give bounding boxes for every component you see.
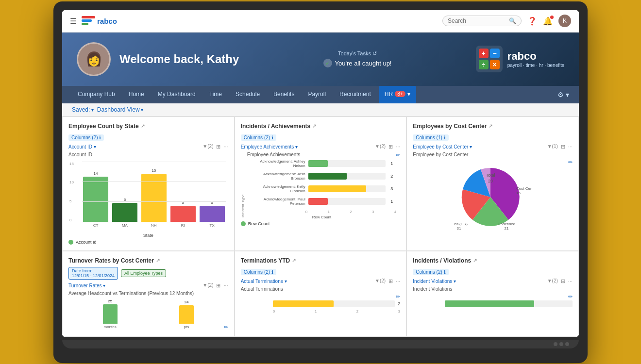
turnover-rates-filter[interactable]: Turnover Rates ▾ [68,283,105,288]
turnover-filters: Date from:12/01/15 - 12/01/2024 All Empl… [68,267,228,280]
expand-icon[interactable]: ↗ [141,123,145,129]
term-x-labels: 0123 [241,309,401,314]
search-box[interactable]: 🔍 [442,16,522,26]
bar-ct: 14 [83,171,108,222]
subnav-payroll[interactable]: Payroll [302,86,332,103]
edit-icon-5[interactable]: ✏ [396,294,400,300]
subnav-hr[interactable]: HR 8+ ▾ [379,86,416,103]
chart-legend-1: Account Id [68,240,228,245]
x-label-tx: TX [200,223,225,228]
logo-bar-3 [82,23,88,25]
help-icon[interactable]: ❓ [527,17,537,26]
widget-icon-btns-6: ▼(2) ⊞ ··· [547,278,573,284]
widget-title-incidents: Incidents / Achievements ↗ [241,123,401,130]
actual-terminations-filter[interactable]: Actual Terminations ▾ [241,279,287,284]
turnover-bar-1: 25 months [73,299,147,329]
column-icon-3[interactable]: ⊞ [561,144,565,150]
more-icon-3[interactable]: ··· [568,144,573,150]
sub-nav-gear: ⚙ ▾ [557,91,569,99]
filter-count-5: ▼(2) [375,278,386,284]
hero-tasks-status: ✓ You're all caught up! [323,59,392,67]
hbar-container-3 [308,185,386,192]
widget-icon-btns-4: ▼(2) ⊞ ··· [202,282,228,289]
more-icon-1[interactable]: ··· [223,144,228,150]
hbar-2 [308,173,347,180]
more-icon-4[interactable]: ··· [223,282,228,289]
x-label-ri: RI [170,223,196,228]
sub-nav: Company Hub Home My Dashboard Time Sched… [62,86,579,103]
y-label-5: 5 [69,199,74,203]
subnav-company-hub[interactable]: Company Hub [72,86,121,103]
column-icon-1[interactable]: ⊞ [216,144,220,150]
subnav-time[interactable]: Time [203,86,228,103]
widget-title-employee-count: Employee Count by State ↗ [68,123,228,130]
legend-label-1: Account Id [76,240,97,245]
emp-achievements-filter[interactable]: Employee Achievements ▾ [241,144,298,149]
top-nav-right: 🔍 ❓ 🔔 K [442,15,571,27]
violations-bar-container [445,300,573,307]
widget-icon-btns-3: ▼(1) ⊞ ··· [547,144,573,150]
hbar-value-1: 1 [390,161,396,166]
notification-icon[interactable]: 🔔 [543,17,553,26]
subnav-benefits[interactable]: Benefits [268,86,300,103]
expand-icon-2[interactable]: ↗ [312,123,316,129]
x-label-nh: NH [141,223,167,228]
search-input[interactable] [448,17,506,24]
incident-violations-filter[interactable]: Incident Violations ▾ [413,279,456,284]
x-label-ma: MA [112,223,137,228]
subnav-schedule[interactable]: Schedule [230,86,266,103]
edit-icon-2[interactable]: ✏ [396,152,400,158]
column-icon-4[interactable]: ⊞ [216,282,220,289]
column-icon-5[interactable]: ⊞ [388,278,393,284]
emp-cost-center-filter[interactable]: Employee by Cost Center ▾ [413,144,472,149]
edit-icon-3[interactable]: ✏ [568,159,573,165]
notification-dot [550,16,554,19]
logo-bar-1 [82,16,95,18]
account-id-filter[interactable]: Account ID ▾ [68,144,96,149]
bar-ri: 5 [170,200,196,222]
widget-subtitle-6: Incident Violations [413,286,573,292]
widget-subtitle-2: Employee Achievements [247,152,397,157]
chart-legend-2: Row Count [241,221,401,226]
widget-title-turnover: Turnover Rates by Cost Center ↗ [68,257,228,264]
widget-title-terminations: Terminations YTD ↗ [241,257,401,264]
column-icon-6[interactable]: ⊞ [561,278,565,284]
pie-label-hr-val: 31 [456,226,461,231]
column-icon-2[interactable]: ⊞ [388,144,393,150]
more-icon-5[interactable]: ··· [396,278,400,284]
y-label-15: 15 [69,162,74,166]
expand-icon-4[interactable]: ↗ [156,258,160,263]
widget-icon-btns-1: ▼(2) ⊞ ··· [202,144,228,150]
logo-icon [82,16,95,26]
check-circle-icon: ✓ [323,59,332,67]
base-dot-2 [559,342,563,346]
edit-icon-6[interactable]: ✏ [568,294,573,300]
edit-icon-4[interactable]: ✏ [224,324,228,331]
widget-subtitle-1: Account ID [68,152,228,157]
expand-icon-3[interactable]: ↗ [489,123,492,129]
widget-incidents-violations: Incidents / Violations ↗ Columns (2) ℹ I… [406,251,579,337]
avatar[interactable]: K [558,15,571,27]
columns-badge-3: Columns (1) ℹ [413,134,448,141]
dashboard-view-link[interactable]: Dashboard View [97,106,144,113]
widget-terminations-ytd: Terminations YTD ↗ Columns (2) ℹ Actual … [235,251,407,337]
legend-dot-1 [68,240,73,245]
pie-label-cc: Cost Center [516,186,532,191]
widget-subtitle-4: Average Headcount vs Terminations (Previ… [68,291,228,296]
hbar-row-4: Acknowledgement: PaulPeterson 1 [247,197,397,206]
subnav-home[interactable]: Home [123,86,150,103]
hamburger-icon[interactable]: ☰ [70,17,77,26]
hbar-container-1 [308,160,386,167]
expand-icon-5[interactable]: ↗ [292,258,296,263]
expand-icon-6[interactable]: ↗ [473,258,477,263]
chart-x-title-1: State [68,233,228,238]
more-icon-2[interactable]: ··· [396,144,400,150]
legend-dot-2 [241,221,246,226]
subnav-my-dashboard[interactable]: My Dashboard [152,86,202,103]
subnav-recruitment[interactable]: Recruitment [334,86,377,103]
turnover-bar-2: 24 pts [150,300,223,329]
widget-title-violations: Incidents / Violations ↗ [413,257,573,264]
hbar-value-3: 3 [390,186,396,191]
gear-button[interactable]: ⚙ ▾ [557,91,569,99]
more-icon-6[interactable]: ··· [568,278,573,284]
